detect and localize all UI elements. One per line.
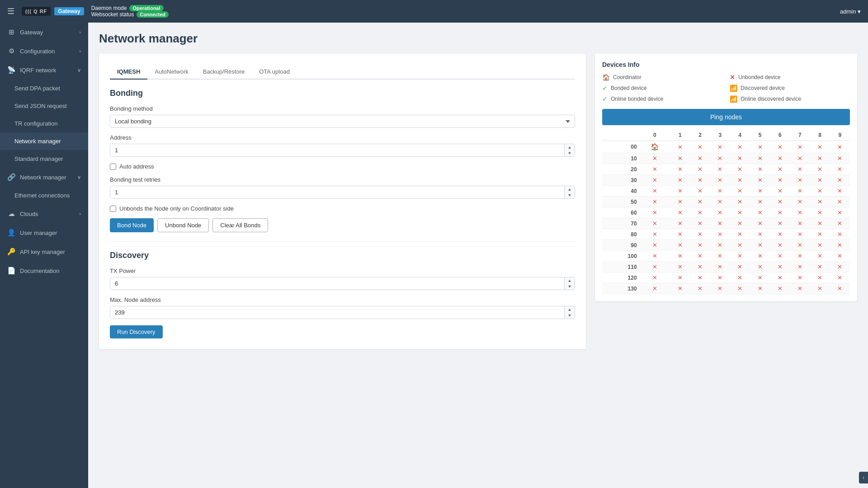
sidebar-item-send-dpa[interactable]: Send DPA packet (0, 80, 88, 97)
grid-cell: ✕ (830, 218, 850, 229)
hamburger-icon[interactable]: ☰ (7, 6, 14, 16)
grid-cell: ✕ (810, 218, 830, 229)
grid-cell: ✕ (750, 218, 770, 229)
grid-cell: ✕ (710, 240, 730, 251)
address-input-wrapper: 1 ▲ ▼ (110, 144, 575, 157)
bonding-method-select[interactable]: Local bonding Smart connect Remote bondi… (110, 115, 575, 128)
tx-power-label: TX Power (110, 267, 575, 274)
grid-cell: ✕ (710, 141, 730, 153)
sidebar-item-network-manager-2[interactable]: 🔗 Network manager ∨ (0, 168, 88, 187)
bond-node-button[interactable]: Bond Node (110, 218, 154, 232)
grid-cell: ✕ (770, 207, 790, 218)
retries-input-wrapper: ▲ ▼ (110, 186, 575, 199)
websocket-label: Websocket status (91, 11, 134, 18)
discovered-icon: 📶 (730, 84, 737, 92)
sidebar-item-user-manager[interactable]: 👤 User manager (0, 223, 88, 242)
retries-label: Bonding test retries (110, 176, 575, 183)
tab-backup-restore[interactable]: Backup/Restore (196, 65, 252, 80)
sidebar-item-ethernet[interactable]: Ethernet connections (0, 187, 88, 204)
retries-spinners: ▲ ▼ (564, 186, 575, 198)
tab-iqmesh[interactable]: IQMESH (110, 65, 147, 80)
grid-header-6: 6 (770, 130, 790, 141)
retries-input[interactable] (110, 186, 564, 198)
sidebar-item-documentation[interactable]: 📄 Documentation (0, 261, 88, 280)
grid-cell: ✕ (790, 207, 810, 218)
tx-power-spin-up[interactable]: ▲ (565, 277, 575, 284)
grid-cell: ✕ (830, 240, 850, 251)
address-group: Address 1 ▲ ▼ (110, 134, 575, 157)
grid-cell: ✕ (750, 141, 770, 153)
grid-cell: ✕ (640, 175, 670, 186)
grid-cell: ✕ (670, 218, 690, 229)
tx-power-spinners: ▲ ▼ (564, 277, 575, 290)
tx-power-input[interactable] (110, 277, 564, 290)
sidebar-item-label: Documentation (20, 267, 59, 274)
auto-address-checkbox[interactable] (110, 164, 116, 170)
grid-cell: ✕ (710, 175, 730, 186)
unbond-node-button[interactable]: Unbond Node (157, 218, 209, 232)
grid-cell: ✕ (670, 207, 690, 218)
daemon-status-badge: Operational (129, 5, 163, 11)
retries-spin-down[interactable]: ▼ (565, 192, 575, 199)
sidebar-item-gateway[interactable]: ⊞ Gateway › (0, 23, 88, 42)
address-input[interactable]: 1 (110, 144, 564, 156)
max-node-label: Max. Node address (110, 296, 575, 303)
grid-header-8: 8 (810, 130, 830, 141)
grid-cell: ✕ (690, 197, 710, 207)
grid-cell: ✕ (640, 283, 670, 294)
tx-power-spin-down[interactable]: ▼ (565, 284, 575, 290)
sidebar-item-network-manager[interactable]: Network manager (0, 132, 88, 150)
sidebar-item-label: Network manager (20, 174, 66, 181)
tx-power-input-wrapper: ▲ ▼ (110, 277, 575, 290)
sidebar-item-label: Send DPA packet (14, 85, 60, 92)
bonding-method-group: Bonding method Local bonding Smart conne… (110, 105, 575, 128)
grid-cell: ✕ (670, 197, 690, 207)
ping-nodes-button[interactable]: Ping nodes (602, 109, 850, 125)
unbond-only-checkbox[interactable] (110, 206, 116, 212)
user-menu[interactable]: admin (840, 8, 861, 15)
sidebar-item-tr-config[interactable]: TR configuration (0, 115, 88, 132)
grid-header-1: 1 (670, 130, 690, 141)
max-node-spin-down[interactable]: ▼ (565, 313, 575, 319)
configuration-icon: ⚙ (7, 47, 15, 55)
grid-cell: ✕ (730, 175, 750, 186)
sidebar-item-configuration[interactable]: ⚙ Configuration › (0, 42, 88, 61)
clear-all-bonds-button[interactable]: Clear All Bonds (212, 218, 268, 232)
grid-cell: ✕ (670, 240, 690, 251)
table-row: 30✕✕✕✕✕✕✕✕✕✕ (602, 175, 850, 186)
sidebar-item-standard-manager[interactable]: Standard manager (0, 150, 88, 168)
grid-cell: ✕ (750, 262, 770, 272)
grid-cell: ✕ (790, 229, 810, 240)
grid-cell: ✕ (790, 153, 810, 164)
grid-cell: ✕ (770, 240, 790, 251)
grid-cell: ✕ (790, 240, 810, 251)
grid-cell: ✕ (670, 153, 690, 164)
address-spin-down[interactable]: ▼ (565, 150, 575, 157)
auto-address-row: Auto address (110, 163, 575, 170)
max-node-input[interactable] (110, 306, 564, 319)
grid-cell: ✕ (670, 175, 690, 186)
address-spin-up[interactable]: ▲ (565, 144, 575, 150)
tab-ota-upload[interactable]: OTA upload (252, 65, 297, 80)
retries-spin-up[interactable]: ▲ (565, 186, 575, 192)
discovery-section: Discovery TX Power ▲ ▼ (110, 251, 575, 338)
grid-row-label: 40 (602, 186, 640, 197)
sidebar-item-clouds[interactable]: ☁ Clouds › (0, 204, 88, 223)
topbar-status: Daemon mode Operational Websocket status… (91, 5, 169, 18)
grid-cell: ✕ (710, 186, 730, 197)
sidebar-item-send-json[interactable]: Send JSON request (0, 97, 88, 115)
grid-cell: ✕ (690, 218, 710, 229)
grid-cell: ✕ (770, 186, 790, 197)
grid-header-row: 0 1 2 3 4 5 6 7 8 9 (602, 130, 850, 141)
grid-cell: ✕ (770, 251, 790, 262)
grid-cell: ✕ (810, 141, 830, 153)
sidebar-item-api-key[interactable]: 🔑 API key manager (0, 242, 88, 261)
max-node-spin-up[interactable]: ▲ (565, 306, 575, 313)
sidebar-item-iqrf-network[interactable]: 📡 IQRF network ∨ (0, 61, 88, 80)
chevron-icon: › (79, 211, 81, 216)
grid-cell: ✕ (810, 283, 830, 294)
tab-autonetwork[interactable]: AutoNetwork (147, 65, 195, 80)
max-node-spinners: ▲ ▼ (564, 306, 575, 319)
run-discovery-button[interactable]: Run Discovery (110, 325, 163, 338)
sidebar: ⊞ Gateway › ⚙ Configuration › 📡 IQRF net… (0, 23, 88, 488)
